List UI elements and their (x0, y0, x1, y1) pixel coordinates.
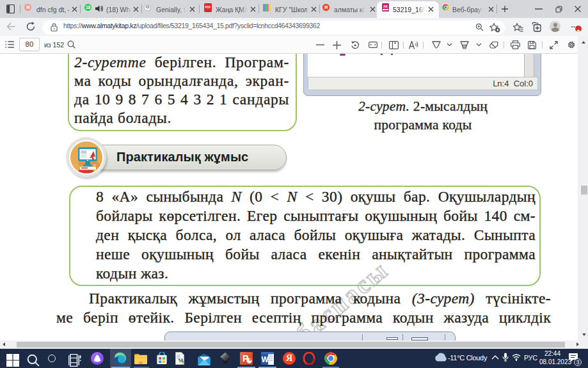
svg-text:W: W (262, 355, 269, 364)
